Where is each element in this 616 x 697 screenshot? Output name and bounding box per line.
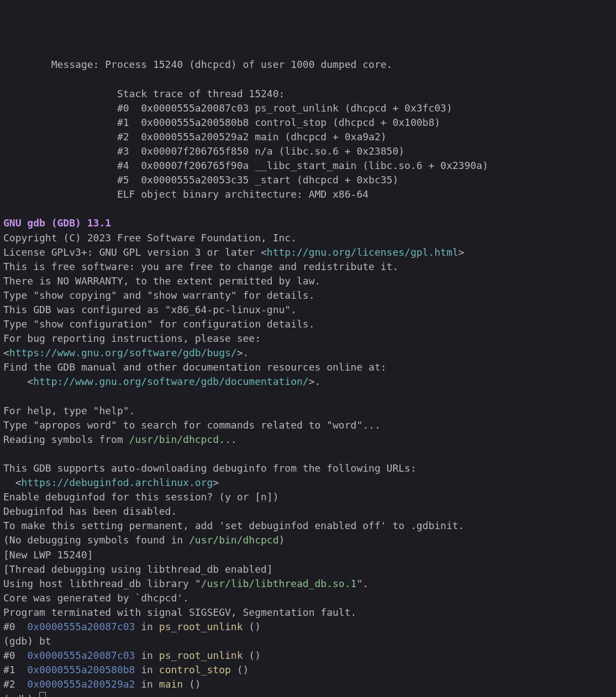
gdb-prompt-bt[interactable]: (gdb) bt <box>3 635 51 647</box>
frame-5: #5 0x0000555a20053c35 _start (dhcpcd + 0… <box>3 174 398 186</box>
message-line: Message: Process 15240 (dhcpcd) of user … <box>3 59 392 70</box>
gdb-body: Copyright (C) 2023 Free Software Foundat… <box>3 232 464 698</box>
bt-line-initial: #0 0x0000555a20087c03 in ps_root_unlink … <box>3 621 261 632</box>
doc-url: http://www.gnu.org/software/gdb/document… <box>33 376 309 387</box>
frame-0: #0 0x0000555a20087c03 ps_root_unlink (dh… <box>3 102 452 114</box>
pthread-path: /usr/lib/libthread_db.so.1 <box>201 578 357 589</box>
gdb-prompt[interactable]: (gdb) <box>3 693 46 698</box>
dhcpcd-path: /usr/bin/dhcpcd <box>129 434 219 445</box>
bt-line-2: #2 0x0000555a200529a2 in main () <box>3 678 201 690</box>
terminal-output: Message: Process 15240 (dhcpcd) of user … <box>0 57 616 697</box>
elf-line: ELF object binary architecture: AMD x86-… <box>3 188 368 200</box>
debuginfod-url: https://debuginfod.archlinux.org <box>22 477 213 488</box>
gpl-url: http://gnu.org/licenses/gpl.html <box>267 246 459 258</box>
gdb-title: GNU gdb (GDB) 13.1 <box>3 217 111 229</box>
bt-line-1: #1 0x0000555a200580b8 in control_stop () <box>3 664 249 675</box>
frame-3: #3 0x00007f206765f850 n/a (libc.so.6 + 0… <box>3 145 404 157</box>
frame-2: #2 0x0000555a200529a2 main (dhcpcd + 0xa… <box>3 131 387 142</box>
frame-1: #1 0x0000555a200580b8 control_stop (dhcp… <box>3 117 440 128</box>
frame-4: #4 0x00007f206765f90a __libc_start_main … <box>3 160 488 171</box>
cursor-icon <box>39 692 46 698</box>
bt-line-0: #0 0x0000555a20087c03 in ps_root_unlink … <box>3 650 261 661</box>
dhcpcd-path-2: /usr/bin/dhcpcd <box>189 534 279 546</box>
bugs-url: https://www.gnu.org/software/gdb/bugs/ <box>9 347 237 358</box>
stack-trace-title: Stack trace of thread 15240: <box>3 88 285 99</box>
